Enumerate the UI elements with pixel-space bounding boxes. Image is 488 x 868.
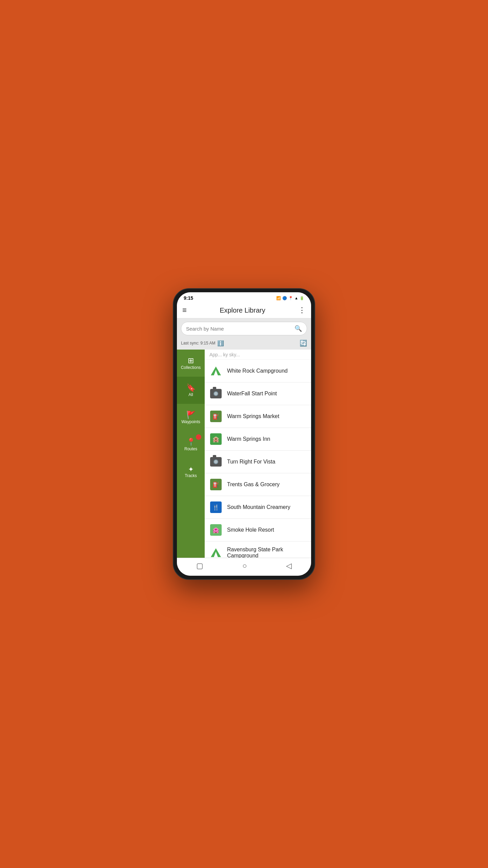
tent-svg2 xyxy=(210,547,222,558)
item-icon-gas: ⛽ xyxy=(209,478,222,491)
camera-shape2 xyxy=(210,457,222,467)
sidebar-label-waypoints: Waypoints xyxy=(181,419,200,424)
sidebar-item-tracks[interactable]: ✦ Tracks xyxy=(177,458,205,485)
sidebar-label-routes: Routes xyxy=(184,447,197,451)
sidebar-item-all[interactable]: 🔖 All xyxy=(177,377,205,404)
item-name: Warm Springs Inn xyxy=(227,436,270,442)
waypoints-icon: 🚩 xyxy=(186,411,196,419)
status-bar: 9:15 📶 🔵 📍 ▲ 🔋 xyxy=(177,292,311,302)
list-item[interactable]: 🏨 Warm Springs Inn xyxy=(205,428,311,451)
nav-circle[interactable]: ○ xyxy=(242,561,247,570)
list-item-partial[interactable]: App... ky sky... xyxy=(205,350,311,360)
collections-icon: ⊞ xyxy=(188,356,194,365)
item-icon-tent2 xyxy=(209,546,222,558)
sidebar-label-tracks: Tracks xyxy=(185,473,197,478)
info-icon[interactable]: ℹ️ xyxy=(217,340,224,347)
gas-shape: ⛽ xyxy=(210,479,222,490)
item-icon-inn: 🏨 xyxy=(209,433,222,446)
nav-bar: ▢ ○ ◁ xyxy=(177,558,311,576)
routes-badge xyxy=(196,434,201,440)
status-time: 9:15 xyxy=(184,295,193,301)
inn-shape: 🏨 xyxy=(210,433,222,445)
sidebar-item-waypoints[interactable]: 🚩 Waypoints xyxy=(177,404,205,431)
sidebar: ⊞ Collections 🔖 All 🚩 Waypoints 📍 Routes xyxy=(177,350,205,558)
sidebar-label-all: All xyxy=(188,392,193,397)
list-area: App... ky sky... White Rock Campground xyxy=(205,350,311,558)
phone-frame: 9:15 📶 🔵 📍 ▲ 🔋 ≡ Explore Library ⋮ 🔍 xyxy=(173,288,315,580)
nav-square[interactable]: ▢ xyxy=(196,561,203,570)
sync-bar: Last sync: 9:15 AM ℹ️ 🔄 xyxy=(177,338,311,350)
list-item[interactable]: White Rock Campground xyxy=(205,360,311,382)
nav-back[interactable]: ◁ xyxy=(286,561,292,570)
camera-lens2 xyxy=(214,459,218,464)
item-icon-restaurant: 🍴 xyxy=(209,501,222,514)
phone-screen: 9:15 📶 🔵 📍 ▲ 🔋 ≡ Explore Library ⋮ 🔍 xyxy=(177,292,311,576)
menu-icon[interactable]: ≡ xyxy=(182,306,187,315)
camera-shape xyxy=(210,389,222,398)
list-item[interactable]: 🏩 Smoke Hole Resort xyxy=(205,519,311,541)
app-header: ≡ Explore Library ⋮ xyxy=(177,302,311,318)
sidebar-label-collections: Collections xyxy=(181,365,201,370)
all-icon: 🔖 xyxy=(186,383,196,392)
tracks-icon: ✦ xyxy=(188,465,194,473)
item-icon-camera2 xyxy=(209,455,222,468)
item-icon-store: ⛽ xyxy=(209,410,222,423)
bluetooth-icon: 🔵 xyxy=(282,296,287,300)
camera-lens xyxy=(214,391,218,396)
resort-shape: 🏩 xyxy=(210,524,222,536)
item-name: Trents Gas & Grocery xyxy=(227,481,280,488)
search-icon: 🔍 xyxy=(294,325,302,332)
sidebar-item-routes[interactable]: 📍 Routes xyxy=(177,431,205,458)
partial-text: App... ky sky... xyxy=(209,352,240,357)
search-bar: 🔍 xyxy=(181,322,307,335)
page-title: Explore Library xyxy=(220,307,265,314)
more-icon[interactable]: ⋮ xyxy=(298,306,306,315)
list-item[interactable]: Ravensburg State Park Campground xyxy=(205,541,311,558)
routes-icon: 📍 xyxy=(186,438,196,447)
list-item[interactable]: WaterFall Start Point xyxy=(205,382,311,405)
item-name: Ravensburg State Park Campground xyxy=(227,547,306,558)
list-item[interactable]: ⛽ Warm Springs Market xyxy=(205,405,311,428)
item-name: WaterFall Start Point xyxy=(227,391,277,397)
item-icon-resort: 🏩 xyxy=(209,524,222,536)
item-name: Turn Right For Vista xyxy=(227,459,275,465)
sync-info: Last sync: 9:15 AM ℹ️ xyxy=(181,340,224,347)
item-name: Warm Springs Market xyxy=(227,413,279,419)
status-icons: 📶 🔵 📍 ▲ 🔋 xyxy=(276,296,304,300)
wifi-icon: ▲ xyxy=(294,296,298,300)
refresh-icon[interactable]: 🔄 xyxy=(300,339,307,347)
item-name: White Rock Campground xyxy=(227,368,288,374)
signal-icon: 📶 xyxy=(276,296,281,300)
battery-icon: 🔋 xyxy=(300,296,304,300)
list-item[interactable]: Turn Right For Vista xyxy=(205,451,311,473)
item-icon-camera xyxy=(209,387,222,400)
location-icon: 📍 xyxy=(288,296,293,300)
list-item[interactable]: ⛽ Trents Gas & Grocery xyxy=(205,473,311,496)
sync-label: Last sync: 9:15 AM xyxy=(181,341,215,346)
main-content: ⊞ Collections 🔖 All 🚩 Waypoints 📍 Routes xyxy=(177,350,311,558)
list-item[interactable]: 🍴 South Mountain Creamery xyxy=(205,496,311,519)
tent-svg xyxy=(210,365,222,377)
search-input[interactable] xyxy=(186,326,292,332)
store-shape: ⛽ xyxy=(210,411,222,422)
restaurant-shape: 🍴 xyxy=(210,501,222,513)
search-area: 🔍 xyxy=(177,318,311,338)
sidebar-item-collections[interactable]: ⊞ Collections xyxy=(177,350,205,377)
item-icon-tent xyxy=(209,364,222,377)
item-name: South Mountain Creamery xyxy=(227,504,290,510)
item-name: Smoke Hole Resort xyxy=(227,527,274,533)
